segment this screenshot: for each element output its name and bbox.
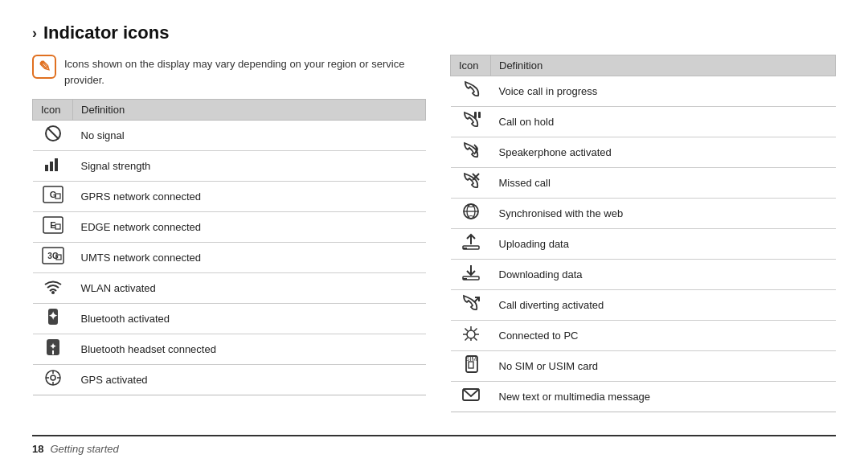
left-column: ✎ Icons shown on the display may vary de… [32, 55, 426, 432]
icon-cell [33, 273, 73, 304]
table-row: New text or multimedia message [451, 382, 836, 412]
definition-cell: Call diverting activated [491, 290, 836, 321]
table-row: Call diverting activated [451, 290, 836, 321]
table-row: WLAN activated [33, 273, 426, 304]
icon-cell [451, 382, 491, 412]
svg-point-42 [467, 330, 475, 338]
table-row: Downloading data [451, 260, 836, 290]
icon-cell: ✦ [33, 334, 73, 365]
icon-cell [451, 137, 491, 168]
table-row: Call on hold [451, 107, 836, 137]
svg-rect-5 [50, 162, 53, 171]
svg-text:✎: ✎ [39, 59, 51, 75]
definition-cell: Missed call [491, 168, 836, 199]
definition-cell: Connected to PC [491, 321, 836, 351]
footer: 18 Getting started [32, 435, 836, 455]
table-row: ✦ Bluetooth activated [33, 304, 426, 334]
definition-cell: GPRS network connected [73, 182, 426, 212]
svg-point-23 [51, 375, 55, 380]
svg-rect-37 [463, 248, 467, 249]
definition-cell: Speakerphone activated [491, 137, 836, 168]
icon-cell [451, 107, 491, 137]
svg-rect-12 [55, 224, 60, 229]
right-col-def-header: Definition [491, 55, 836, 76]
icon-cell [451, 229, 491, 260]
definition-cell: Synchronised with the web [491, 199, 836, 229]
icon-cell [451, 76, 491, 107]
table-row: Connected to PC [451, 321, 836, 351]
definition-cell: No SIM or USIM card [491, 351, 836, 382]
page-title: Indicator icons [43, 23, 169, 43]
table-row: Synchronised with the web [451, 199, 836, 229]
svg-text:✦: ✦ [48, 309, 58, 322]
table-row: G GPRS network connected [33, 182, 426, 212]
definition-cell: Downloading data [491, 260, 836, 290]
svg-text:SIM: SIM [465, 355, 477, 362]
svg-line-50 [465, 338, 468, 341]
footer-section: Getting started [50, 443, 118, 455]
svg-text:✦: ✦ [49, 341, 57, 352]
icon-cell: ✦ [33, 304, 73, 334]
svg-line-48 [474, 338, 477, 341]
definition-cell: EDGE network connected [73, 212, 426, 243]
definition-cell: WLAN activated [73, 273, 426, 304]
definition-cell: Uploading data [491, 229, 836, 260]
table-row: GPS activated [33, 365, 426, 395]
svg-text:3G: 3G [47, 252, 59, 260]
icon-cell: E [33, 212, 73, 243]
table-row: SIM No SIM or USIM card [451, 351, 836, 382]
page-container: › Indicator icons ✎ Icons shown on the d… [0, 0, 868, 471]
svg-rect-29 [478, 112, 481, 118]
definition-cell: Signal strength [73, 151, 426, 182]
table-row: No signal [33, 121, 426, 151]
svg-rect-28 [474, 112, 477, 118]
definition-cell: GPS activated [73, 365, 426, 395]
left-col-def-header: Definition [73, 100, 426, 121]
right-col-icon-header: Icon [451, 55, 491, 76]
left-icon-table: Icon Definition No signal Signal strengt… [32, 99, 426, 395]
definition-cell: Call on hold [491, 107, 836, 137]
definition-cell: No signal [73, 121, 426, 151]
icon-cell [451, 168, 491, 199]
footer-page-number: 18 [32, 443, 43, 455]
note-icon: ✎ [32, 55, 56, 79]
table-row: 3G UMTS network connected [33, 243, 426, 273]
right-column: Icon Definition Voice call in progress C… [450, 55, 836, 432]
table-row: Uploading data [451, 229, 836, 260]
definition-cell: Voice call in progress [491, 76, 836, 107]
table-row: ✦ Bluetooth headset connected [33, 334, 426, 365]
content-area: ✎ Icons shown on the display may vary de… [32, 55, 836, 432]
definition-cell: Bluetooth headset connected [73, 334, 426, 365]
note-box: ✎ Icons shown on the display may vary de… [32, 55, 426, 88]
note-text: Icons shown on the display may vary depe… [64, 55, 426, 88]
icon-cell [451, 321, 491, 351]
table-row: Voice call in progress [451, 76, 836, 107]
definition-cell: New text or multimedia message [491, 382, 836, 412]
svg-rect-40 [463, 278, 467, 280]
left-col-icon-header: Icon [33, 100, 73, 121]
title-row: › Indicator icons [32, 23, 836, 43]
icon-cell [451, 290, 491, 321]
definition-cell: UMTS network connected [73, 243, 426, 273]
svg-line-3 [47, 128, 59, 139]
svg-line-49 [474, 329, 477, 332]
icon-cell [33, 121, 73, 151]
icon-cell [33, 365, 73, 395]
right-icon-table: Icon Definition Voice call in progress C… [450, 55, 836, 412]
definition-cell: Bluetooth activated [73, 304, 426, 334]
icon-cell [33, 151, 73, 182]
icon-cell: SIM [451, 351, 491, 382]
svg-line-47 [465, 329, 468, 332]
svg-point-16 [51, 291, 55, 294]
table-row: Speakerphone activated [451, 137, 836, 168]
table-row: Missed call [451, 168, 836, 199]
icon-cell [451, 199, 491, 229]
icon-cell: 3G [33, 243, 73, 273]
table-row: E EDGE network connected [33, 212, 426, 243]
icon-cell [451, 260, 491, 290]
icon-cell: G [33, 182, 73, 212]
title-chevron: › [32, 25, 37, 42]
table-row: Signal strength [33, 151, 426, 182]
svg-rect-6 [55, 158, 58, 171]
svg-rect-4 [45, 165, 48, 171]
